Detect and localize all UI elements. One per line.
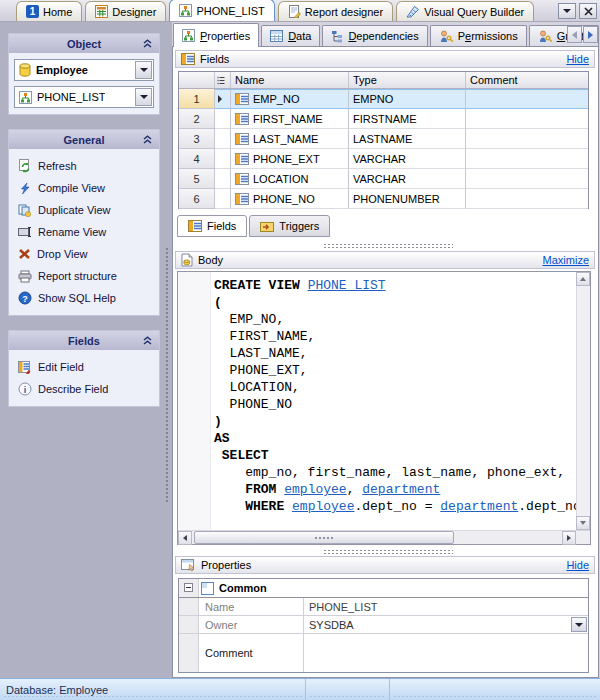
table-row[interactable]: 2 FIRST_NAME FIRSTNAME xyxy=(179,109,588,129)
table-row[interactable]: 3 LAST_NAME LASTNAME xyxy=(179,129,588,149)
database-combo-dropdown[interactable] xyxy=(135,61,152,79)
tab-dependencies[interactable]: Dependencies xyxy=(322,25,427,46)
cell-name[interactable]: PHONE_EXT xyxy=(231,149,349,169)
scrollbar-thumb[interactable] xyxy=(194,531,454,544)
scroll-up-button[interactable] xyxy=(576,272,590,286)
cell-type[interactable]: PHONENUMBER xyxy=(349,189,466,209)
tab-report-designer[interactable]: Report designer xyxy=(278,1,393,21)
collapse-chevron-icon[interactable] xyxy=(142,135,153,144)
property-group-row[interactable]: Common xyxy=(179,579,588,598)
tab-data[interactable]: Data xyxy=(261,25,320,46)
view-combo-value: PHONE_LIST xyxy=(37,91,105,103)
horizontal-scrollbar[interactable] xyxy=(178,530,590,544)
cell-comment[interactable] xyxy=(466,109,588,129)
database-combo[interactable]: Employee xyxy=(14,59,154,81)
link-department[interactable]: department xyxy=(362,482,440,497)
table-row[interactable]: 1 EMP_NO EMPNO xyxy=(179,89,588,109)
cell-comment[interactable] xyxy=(466,129,588,149)
object-section-header[interactable]: Object xyxy=(9,34,159,53)
view-combo-dropdown[interactable] xyxy=(135,88,152,106)
tab-scroll-right-button[interactable] xyxy=(583,26,598,43)
sidebar-splitter[interactable] xyxy=(163,22,172,678)
property-value[interactable]: SYSDBA xyxy=(304,616,588,633)
cell-name[interactable]: LAST_NAME xyxy=(231,129,349,149)
column-header-type[interactable]: Type xyxy=(349,72,466,88)
row-number[interactable]: 5 xyxy=(179,169,215,189)
cell-type[interactable]: LASTNAME xyxy=(349,129,466,149)
table-row[interactable]: 5 LOCATION VARCHAR xyxy=(179,169,588,189)
row-number[interactable]: 1 xyxy=(179,89,215,109)
tab-phone-list[interactable]: PHONE_LIST xyxy=(169,0,274,21)
table-row[interactable]: 6 PHONE_NO PHONENUMBER xyxy=(179,189,588,209)
cell-comment[interactable] xyxy=(466,189,588,209)
panel-splitter[interactable] xyxy=(323,243,453,249)
sidebar-item-report-structure[interactable]: Report structure xyxy=(14,265,154,287)
column-header-name[interactable]: Name xyxy=(231,72,349,88)
owner-dropdown-button[interactable] xyxy=(571,617,587,632)
sidebar-item-duplicate-view[interactable]: Duplicate View xyxy=(14,199,154,221)
chevron-down-icon xyxy=(140,68,148,72)
sidebar-item-show-sql-help[interactable]: ? Show SQL Help xyxy=(14,287,154,309)
link-phone-list[interactable]: PHONE_LIST xyxy=(308,278,386,293)
property-row[interactable]: Owner SYSDBA xyxy=(179,616,588,634)
cell-name[interactable]: LOCATION xyxy=(231,169,349,189)
cell-name[interactable]: PHONE_NO xyxy=(231,189,349,209)
bottom-tab-triggers[interactable]: Triggers xyxy=(249,215,330,237)
group-title-cell: Common xyxy=(199,579,588,597)
sql-code[interactable]: CREATE VIEW PHONE_LIST ( EMP_NO, FIRST_N… xyxy=(214,272,576,530)
sidebar-item-refresh[interactable]: Refresh xyxy=(14,155,154,177)
cell-name[interactable]: FIRST_NAME xyxy=(231,109,349,129)
properties-hide-link[interactable]: Hide xyxy=(566,559,589,571)
property-value[interactable]: PHONE_LIST xyxy=(304,598,588,615)
cell-type[interactable]: VARCHAR xyxy=(349,169,466,189)
sidebar-item-describe-field[interactable]: i Describe Field xyxy=(14,378,154,400)
sidebar-item-edit-field[interactable]: Edit Field xyxy=(14,356,154,378)
collapse-chevron-icon[interactable] xyxy=(142,336,153,345)
cell-type[interactable]: FIRSTNAME xyxy=(349,109,466,129)
general-section-header[interactable]: General xyxy=(9,130,159,149)
cell-comment[interactable] xyxy=(466,149,588,169)
close-button[interactable] xyxy=(579,3,597,19)
vertical-scrollbar[interactable] xyxy=(576,272,590,530)
cell-type[interactable]: VARCHAR xyxy=(349,149,466,169)
tab-designer[interactable]: Designer xyxy=(85,1,166,21)
cell-name[interactable]: EMP_NO xyxy=(231,89,349,109)
row-number[interactable]: 4 xyxy=(179,149,215,169)
link-department[interactable]: department xyxy=(440,499,518,514)
view-combo[interactable]: PHONE_LIST xyxy=(14,86,154,108)
row-number[interactable]: 2 xyxy=(179,109,215,129)
header-indicator xyxy=(215,72,231,88)
bottom-tab-fields[interactable]: Fields xyxy=(177,215,247,237)
table-row[interactable]: 4 PHONE_EXT VARCHAR xyxy=(179,149,588,169)
fields-hide-link[interactable]: Hide xyxy=(566,53,589,65)
collapse-minus-icon[interactable] xyxy=(184,583,193,592)
tab-properties[interactable]: Properties xyxy=(173,23,259,47)
scroll-down-button[interactable] xyxy=(576,516,590,530)
tab-scroll-left-button[interactable] xyxy=(567,26,582,43)
cell-comment[interactable] xyxy=(466,89,588,109)
tab-list-dropdown-button[interactable] xyxy=(558,3,576,19)
sidebar-item-compile-view[interactable]: Compile View xyxy=(14,177,154,199)
tab-home[interactable]: 1 Home xyxy=(16,1,82,21)
column-header-comment[interactable]: Comment xyxy=(466,72,588,88)
property-row[interactable]: Comment xyxy=(179,634,588,672)
body-maximize-link[interactable]: Maximize xyxy=(543,254,589,266)
scroll-left-button[interactable] xyxy=(178,531,192,545)
sidebar-item-drop-view[interactable]: Drop View xyxy=(14,243,154,265)
collapse-chevron-icon[interactable] xyxy=(142,39,153,48)
cell-type[interactable]: EMPNO xyxy=(349,89,466,109)
row-number[interactable]: 3 xyxy=(179,129,215,149)
scroll-right-button[interactable] xyxy=(562,531,576,545)
property-value[interactable] xyxy=(304,634,588,672)
property-row[interactable]: Name PHONE_LIST xyxy=(179,598,588,616)
cell-comment[interactable] xyxy=(466,169,588,189)
sidebar-item-rename-view[interactable]: Rename View xyxy=(14,221,154,243)
tab-permissions[interactable]: Permissions xyxy=(430,25,527,46)
link-employee[interactable]: employee xyxy=(284,482,346,497)
tab-visual-query-builder[interactable]: Visual Query Builder xyxy=(396,1,534,21)
fields-section-header[interactable]: Fields xyxy=(9,331,159,350)
panel-splitter[interactable] xyxy=(323,549,453,555)
sql-editor[interactable]: CREATE VIEW PHONE_LIST ( EMP_NO, FIRST_N… xyxy=(177,271,591,545)
row-number[interactable]: 6 xyxy=(179,189,215,209)
link-employee[interactable]: employee xyxy=(292,499,354,514)
